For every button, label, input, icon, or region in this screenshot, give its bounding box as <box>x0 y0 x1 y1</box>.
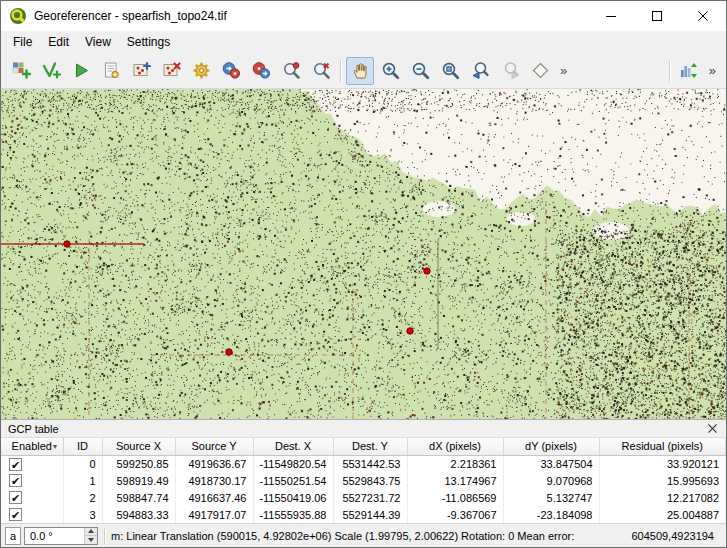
cell-source_y[interactable]: 4918730.17 <box>175 472 253 489</box>
cell-id[interactable]: 1 <box>63 472 102 489</box>
cell-dx[interactable]: -11.086569 <box>407 489 503 506</box>
rotation-spinbox[interactable]: 0.0 ° <box>24 527 98 545</box>
cell-dest_x[interactable]: -11555935.88 <box>253 506 333 523</box>
cell-dy[interactable]: -23.184098 <box>503 506 599 523</box>
cell-dest_x[interactable]: -11550251.54 <box>253 472 333 489</box>
column-header-dy-pixels[interactable]: dY (pixels) <box>503 438 599 455</box>
move-gcp-point-icon <box>531 61 550 80</box>
cell-dx[interactable]: 13.174967 <box>407 472 503 489</box>
cell-dy[interactable]: 5.132747 <box>503 489 599 506</box>
cell-source_y[interactable]: 4919636.67 <box>175 455 253 472</box>
cell-dest_x[interactable]: -11550419.06 <box>253 489 333 506</box>
column-header-dest-x[interactable]: Dest. X <box>253 438 333 455</box>
column-header-residual-pixels[interactable]: Residual (pixels) <box>599 438 726 455</box>
window-title: Georeferencer - spearfish_topo24.tif <box>34 9 227 23</box>
transformation-settings-button[interactable] <box>187 57 215 85</box>
menu-edit[interactable]: Edit <box>40 33 77 51</box>
gcp-row-2[interactable]: ✔2598847.744916637.46-11550419.065527231… <box>1 489 726 506</box>
cell-residual[interactable]: 25.004887 <box>599 506 726 523</box>
cell-residual[interactable]: 33.920121 <box>599 455 726 472</box>
minimize-button[interactable] <box>588 1 634 31</box>
cell-residual[interactable]: 12.217082 <box>599 489 726 506</box>
rotation-down-button[interactable] <box>85 535 97 544</box>
zoom-to-layer-remove-button[interactable] <box>307 57 335 85</box>
toolbar: »» <box>1 53 726 89</box>
enabled-cell[interactable]: ✔ <box>1 472 63 489</box>
zoom-out-button[interactable] <box>406 57 434 85</box>
maximize-button[interactable] <box>634 1 680 31</box>
gcp-row-1[interactable]: ✔1598919.494918730.17-11550251.545529843… <box>1 472 726 489</box>
cell-dx[interactable]: -9.367067 <box>407 506 503 523</box>
column-header-dx-pixels[interactable]: dX (pixels) <box>407 438 503 455</box>
cell-residual[interactable]: 15.995693 <box>599 472 726 489</box>
enabled-cell[interactable]: ✔ <box>1 506 63 523</box>
open-raster-button[interactable] <box>7 57 35 85</box>
enabled-checkbox[interactable]: ✔ <box>9 508 22 521</box>
pan-button[interactable] <box>346 57 374 85</box>
titlebar[interactable]: Georeferencer - spearfish_topo24.tif <box>1 1 726 31</box>
add-point-button[interactable] <box>127 57 155 85</box>
generate-gdal-script-button[interactable] <box>97 57 125 85</box>
cell-id[interactable]: 3 <box>63 506 102 523</box>
gcp-row-3[interactable]: ✔3594883.334917917.07-11555935.885529144… <box>1 506 726 523</box>
toolbar-overflow-button[interactable]: » <box>555 63 572 78</box>
enabled-cell[interactable]: ✔ <box>1 489 63 506</box>
menu-view[interactable]: View <box>77 33 119 51</box>
cell-dx[interactable]: 2.218361 <box>407 455 503 472</box>
gcp-panel-close-button[interactable] <box>706 422 719 435</box>
enabled-checkbox[interactable]: ✔ <box>9 491 22 504</box>
cell-dest_y[interactable]: 5531442.53 <box>333 455 407 472</box>
run-georeference-button[interactable] <box>67 57 95 85</box>
toolbar-overflow-button[interactable]: » <box>704 63 721 78</box>
cell-dest_y[interactable]: 5527231.72 <box>333 489 407 506</box>
cell-dest_y[interactable]: 5529843.75 <box>333 472 407 489</box>
cursor-coordinates: 604509,4923194 <box>619 530 722 542</box>
cell-dy[interactable]: 33.847504 <box>503 455 599 472</box>
cell-dy[interactable]: 9.070968 <box>503 472 599 489</box>
menu-settings[interactable]: Settings <box>119 33 178 51</box>
enabled-filter-arrow-icon[interactable]: ▼ <box>52 443 59 450</box>
maximize-icon <box>652 7 662 25</box>
cell-id[interactable]: 2 <box>63 489 102 506</box>
qgis-app-icon <box>9 7 27 25</box>
map-canvas[interactable] <box>1 89 726 419</box>
add-point-icon <box>132 61 151 80</box>
cell-source_x[interactable]: 594883.33 <box>102 506 175 523</box>
zoom-in-icon <box>381 61 400 80</box>
delete-point-button[interactable] <box>157 57 185 85</box>
column-header-source-x[interactable]: Source X <box>102 438 175 455</box>
column-header-dest-y[interactable]: Dest. Y <box>333 438 407 455</box>
zoom-to-layer-button[interactable] <box>436 57 464 85</box>
zoom-last-button[interactable] <box>466 57 494 85</box>
move-gcp-point-button[interactable] <box>526 57 554 85</box>
column-header-enabled[interactable]: Enabled▼ <box>1 438 63 455</box>
enabled-cell[interactable]: ✔ <box>1 455 63 472</box>
cell-source_y[interactable]: 4917917.07 <box>175 506 253 523</box>
zoom-to-layer-add-icon <box>282 61 301 80</box>
start-georeferencing-button[interactable] <box>37 57 65 85</box>
status-left-label: a <box>5 527 21 545</box>
cell-source_x[interactable]: 598847.74 <box>102 489 175 506</box>
link-georeferencer-to-qgis-button[interactable] <box>217 57 245 85</box>
zoom-next-icon <box>501 61 520 80</box>
zoom-to-layer-add-button[interactable] <box>277 57 305 85</box>
histogram-stretch-button[interactable] <box>675 57 703 85</box>
map-view[interactable] <box>1 89 726 419</box>
column-header-source-y[interactable]: Source Y <box>175 438 253 455</box>
zoom-next-button[interactable] <box>496 57 524 85</box>
cell-source_y[interactable]: 4916637.46 <box>175 489 253 506</box>
rotation-up-button[interactable] <box>85 528 97 536</box>
enabled-checkbox[interactable]: ✔ <box>9 474 22 487</box>
cell-dest_x[interactable]: -11549820.54 <box>253 455 333 472</box>
cell-source_x[interactable]: 598919.49 <box>102 472 175 489</box>
cell-source_x[interactable]: 599250.85 <box>102 455 175 472</box>
zoom-in-button[interactable] <box>376 57 404 85</box>
close-button[interactable] <box>680 1 726 31</box>
column-header-id[interactable]: ID <box>63 438 102 455</box>
gcp-row-0[interactable]: ✔0599250.854919636.67-11549820.545531442… <box>1 455 726 472</box>
cell-id[interactable]: 0 <box>63 455 102 472</box>
enabled-checkbox[interactable]: ✔ <box>9 458 22 471</box>
cell-dest_y[interactable]: 5529144.39 <box>333 506 407 523</box>
link-qgis-to-georeferencer-button[interactable] <box>247 57 275 85</box>
menu-file[interactable]: File <box>5 33 40 51</box>
